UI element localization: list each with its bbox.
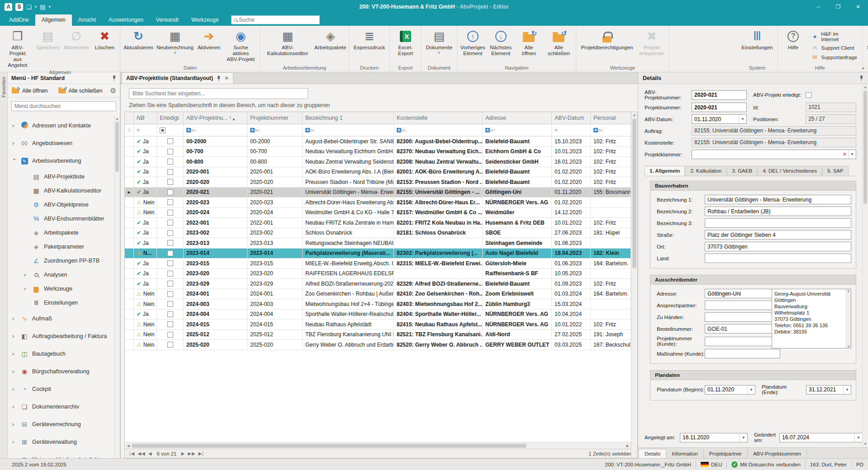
massnahme-kunde-input[interactable] <box>705 349 780 358</box>
expand-chevron-icon[interactable]: › <box>24 271 28 278</box>
details-tab-2-kalkulation[interactable]: 2. Kalkulation <box>685 166 726 176</box>
grid-search-box[interactable] <box>129 88 308 99</box>
details-bottom-tab-abv-projektsummen[interactable]: ABV-Projektsummen <box>748 449 807 458</box>
pin-icon[interactable] <box>859 75 863 81</box>
sidebar-item-abv-endsummenbl-tter[interactable]: %ABV-Endsummenblätter <box>8 212 120 226</box>
dropdown-chevron-icon[interactable]: ▼ <box>848 150 856 159</box>
open-folder-icon[interactable]: ❏ <box>26 4 32 10</box>
status-language[interactable]: DEU <box>711 462 722 467</box>
ort-input[interactable] <box>705 242 851 251</box>
alle-schliessen-button[interactable]: ↺Alle schließen <box>543 27 574 65</box>
expand-chevron-icon[interactable]: › <box>12 403 17 410</box>
table-row[interactable]: ⚠Nein2020-0232020-023Albrecht-Dürer-Haus… <box>125 197 631 208</box>
scroll-up-icon[interactable]: ▲ <box>114 116 120 122</box>
expand-chevron-icon[interactable]: › <box>12 456 17 458</box>
filter-cell-adr[interactable]: ABC <box>483 124 552 136</box>
suche-aktives-abv-projekt-button[interactable]: ◉Suche aktives ABV-Projekt <box>223 27 259 65</box>
table-row[interactable]: ⚠Nein2024-0032024-003Mietwohnungsbau Hof… <box>125 299 631 310</box>
filter-cell-pers[interactable]: ABC <box>591 124 631 136</box>
menu-tab-ansicht[interactable]: Ansicht <box>72 14 102 26</box>
column-header-bez[interactable]: Bezeichnung 1 <box>303 112 394 124</box>
scroll-up-icon[interactable]: ▲ <box>863 84 868 90</box>
document-tab-abv-projektliste[interactable]: ABV-Projektliste (Standardlayout) ✕ <box>122 72 233 84</box>
scroll-left-icon[interactable]: ◀ <box>125 444 132 448</box>
column-header-proj[interactable]: Projektnummer <box>247 112 303 124</box>
details-tab-5-sap[interactable]: 5. SAP <box>822 166 849 176</box>
sidebar-item-abv-kalkulationseditor[interactable]: ▦ABV-Kalkulationseditor <box>8 183 120 197</box>
expand-chevron-icon[interactable]: › <box>12 333 17 339</box>
aktualisieren-button[interactable]: ↻Aktualisieren <box>122 27 155 65</box>
nav-prev-button[interactable]: ◀ <box>148 451 152 456</box>
arbeitspakete-button[interactable]: ◈Arbeitspakete <box>313 27 347 65</box>
details-bottom-tab-information[interactable]: Information <box>666 449 704 458</box>
sidebar-item-paketparameter[interactable]: ◈Paketparameter <box>8 240 120 254</box>
table-row[interactable]: ✔Ja00-200000-2000August-Bebel-Oldentrupe… <box>125 136 631 147</box>
strasse-input[interactable] <box>705 230 851 240</box>
land-input[interactable] <box>705 254 851 263</box>
expand-chevron-icon[interactable]: › <box>12 385 17 392</box>
expand-chevron-icon[interactable]: › <box>12 122 17 129</box>
expand-chevron-icon[interactable]: › <box>12 140 17 146</box>
quickaccess-dropdown-chevron-icon[interactable]: ▾ <box>48 5 51 9</box>
column-header-kost[interactable]: Kostenstelle <box>394 112 483 124</box>
table-row[interactable]: ⚠Nein2024-0012024-001Zoo Gelsenkirchen -… <box>125 289 631 300</box>
column-header-adr[interactable]: Adresse <box>483 112 552 124</box>
table-row[interactable]: ✔Ja00-70000-700Neubau Verwaltung Eichhor… <box>125 147 631 157</box>
table-row[interactable]: ✔Ja2020-0202020-020Preussen Stadion - No… <box>125 177 631 188</box>
dropdown-chevron-icon[interactable]: ▼ <box>854 433 862 442</box>
erledigt-checkbox[interactable] <box>167 271 173 277</box>
table-row[interactable]: ⚠Nein2020-0242020-024Weidmüller GmbH & C… <box>125 208 631 218</box>
supportanfrage-link[interactable]: ✉Supportanfrage <box>811 54 857 61</box>
menu-tab-verwandt[interactable]: Verwandt <box>150 14 185 26</box>
sidebar-item-klein-und-lieferscheinfaktura[interactable]: ›⊡Klein- und Lieferscheinfaktura <box>8 451 120 458</box>
bezeichnung2-input[interactable] <box>705 207 851 216</box>
angelegt-am-input[interactable] <box>680 434 740 441</box>
sidebar-item-abv-objektpreise[interactable]: ⚙ABV-Objektpreise <box>8 197 120 212</box>
group-by-bar[interactable]: Ziehen Sie eine Spaltenüberschrift in di… <box>121 99 638 112</box>
einstellungen-button[interactable]: ⅢEinstellungen <box>738 27 776 65</box>
filter-abc-icon[interactable]: ABC <box>485 128 495 132</box>
close-tab-icon[interactable]: ✕ <box>224 75 229 81</box>
excel-export-button[interactable]: XExcel-Export <box>391 27 419 65</box>
scroll-down-icon[interactable]: ▼ <box>863 441 868 447</box>
ribbon-search-box[interactable] <box>231 15 320 24</box>
app-logo-s-icon[interactable]: S <box>15 3 23 11</box>
erledigt-checkbox[interactable] <box>167 301 173 307</box>
table-row[interactable]: ⚠N...2023-0142023-014Parkplatzerweiterun… <box>125 249 631 259</box>
table-row[interactable]: ✔Ja2023-0022023-002Schloss Osnabrück8218… <box>125 228 631 239</box>
menu-tab-allgemein[interactable]: Allgemein <box>35 14 72 26</box>
expand-chevron-icon[interactable]: › <box>12 315 17 322</box>
erledigt-checkbox[interactable] <box>167 199 173 205</box>
sidebar-item-aufma[interactable]: ›∿Aufmaß <box>8 310 120 327</box>
dropdown-chevron-icon[interactable]: ▼ <box>740 433 747 442</box>
menu-search-input[interactable] <box>11 101 116 111</box>
dropdown-chevron-icon[interactable]: ▼ <box>747 385 755 394</box>
table-row[interactable]: ✔Ja2023-0132023-013Rettungswache Steinha… <box>125 238 631 249</box>
address-info-scrollbar[interactable]: ▲▼ <box>846 289 851 348</box>
collapse-ribbon-icon[interactable]: ▴ <box>862 65 864 70</box>
hilfe-button[interactable]: ?Hilfe <box>779 27 807 65</box>
projektklammer-input[interactable] <box>692 151 841 158</box>
vorheriges-element-button[interactable]: ↑Vorheriges Element <box>459 27 487 65</box>
column-header-datum[interactable]: ABV-Datum <box>552 112 591 124</box>
angelegt-am-picker[interactable]: ▼ <box>680 433 748 442</box>
details-tab-3-gaeb[interactable]: 3. GAEB <box>727 166 757 176</box>
favorites-tab[interactable]: Favoriten <box>1 77 6 98</box>
schliessen-button[interactable]: ✖Schließen <box>864 27 868 65</box>
save-icon[interactable]: ▤ <box>40 4 45 10</box>
erledigt-checkbox[interactable] <box>167 311 173 317</box>
neuberechnung-button[interactable]: ▦Neuberechnung∨ <box>155 27 195 65</box>
pin-icon[interactable] <box>217 75 221 81</box>
table-row[interactable]: ⚠Nein2025-0202025-020Gerry Weber O. Abbr… <box>125 340 631 350</box>
maximize-button[interactable]: ❐ <box>828 0 848 14</box>
sidebar-item-zuordnungen-pp-btb[interactable]: ∠Zuordnungen PP-BTB <box>8 254 120 268</box>
scroll-right-icon[interactable]: ▶ <box>624 444 631 448</box>
table-row[interactable]: ✔Ja2023-0152023-015MIELE-W.-Bielefeld Er… <box>125 258 631 269</box>
erledigt-checkbox[interactable] <box>167 240 173 246</box>
erledigt-checkbox[interactable] <box>167 281 173 287</box>
erledigt-checkbox[interactable] <box>167 179 173 185</box>
ribbon-search-input[interactable] <box>239 17 317 23</box>
plandatum-ende-picker[interactable]: ▼ <box>806 385 851 395</box>
sidebar-item-abv-projektliste[interactable]: ▤ABV-Projektliste <box>8 169 120 183</box>
menu-tab-werkzeuge[interactable]: Werkzeuge <box>185 14 225 26</box>
